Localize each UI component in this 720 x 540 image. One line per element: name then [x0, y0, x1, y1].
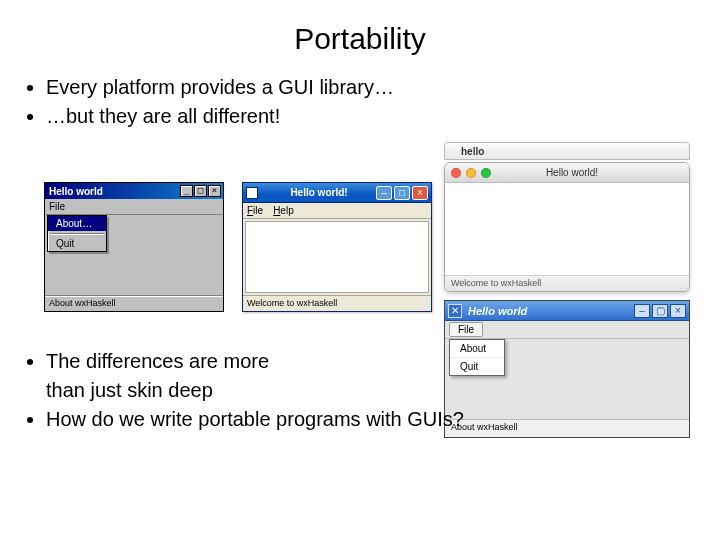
bullets-top: Every platform provides a GUI library… …… [0, 74, 720, 130]
bullets-bottom: The differences are more than just skin … [28, 348, 464, 435]
bullet-continuation: than just skin deep [46, 377, 464, 404]
screenshot-kde: ✕ Hello world – ▢ × File About Quit Abou… [444, 300, 690, 438]
window-title: Hello world [462, 305, 634, 317]
close-button[interactable]: × [208, 185, 221, 197]
titlebar[interactable]: Hello world _ □ × [45, 183, 223, 199]
app-icon [246, 187, 258, 199]
menubar[interactable]: File Help [243, 203, 431, 219]
screenshot-macos: hello Hello world! Welcome to wxHaskell [444, 142, 690, 292]
titlebar[interactable]: Hello world! – □ × [243, 183, 431, 203]
minimize-button[interactable]: – [634, 304, 650, 318]
menu-item-quit[interactable]: Quit [48, 236, 106, 251]
client-area: About Quit [445, 339, 689, 419]
close-button[interactable]: × [412, 186, 428, 200]
close-button[interactable]: × [670, 304, 686, 318]
screenshot-winxp: Hello world! – □ × File Help Welcome to … [242, 182, 432, 312]
menu-file[interactable]: File [49, 201, 65, 212]
menu-file[interactable]: File [449, 322, 483, 337]
mac-menubar[interactable]: hello [444, 142, 690, 160]
bullet: The differences are more [46, 348, 464, 375]
bullet: Every platform provides a GUI library… [46, 74, 720, 101]
mac-window: Hello world! Welcome to wxHaskell [444, 162, 690, 292]
close-button[interactable] [451, 168, 461, 178]
titlebar[interactable]: ✕ Hello world – ▢ × [445, 301, 689, 321]
status-bar: Welcome to wxHaskell [445, 275, 689, 291]
menu-separator [50, 233, 104, 234]
titlebar[interactable]: Hello world! [445, 163, 689, 183]
menubar[interactable]: File [445, 321, 689, 339]
app-icon: ✕ [448, 304, 462, 318]
slide-title: Portability [0, 0, 720, 74]
menu-item-about[interactable]: About… [48, 216, 106, 231]
maximize-button[interactable]: □ [394, 186, 410, 200]
minimize-button[interactable]: – [376, 186, 392, 200]
maximize-button[interactable]: ▢ [652, 304, 668, 318]
screenshot-win9x: Hello world _ □ × File About… Quit About… [44, 182, 224, 312]
client-area: About… Quit [45, 215, 223, 295]
client-area [245, 221, 429, 293]
menubar[interactable]: File [45, 199, 223, 215]
bullet: …but they are all different! [46, 103, 720, 130]
window-title: Hello world! [461, 167, 683, 178]
status-bar: About wxHaskell [445, 419, 689, 437]
mac-app-menu[interactable]: hello [461, 146, 484, 157]
menu-dropdown: About… Quit [47, 215, 107, 252]
client-area [445, 183, 689, 275]
menu-file[interactable]: File [247, 205, 263, 216]
maximize-button[interactable]: □ [194, 185, 207, 197]
status-bar: Welcome to wxHaskell [243, 295, 431, 311]
window-title: Hello world! [262, 187, 376, 198]
bullet: How do we write portable programs with G… [46, 406, 464, 433]
minimize-button[interactable]: _ [180, 185, 193, 197]
menu-help[interactable]: Help [273, 205, 294, 216]
status-bar: About wxHaskell [45, 295, 223, 311]
window-title: Hello world [47, 186, 180, 197]
